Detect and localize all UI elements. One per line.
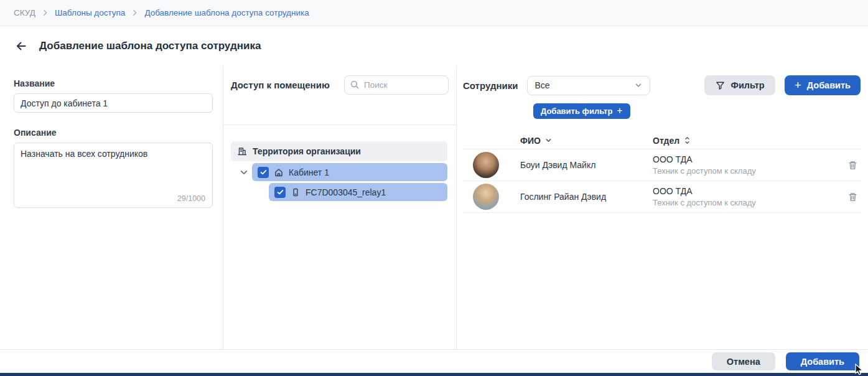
name-input[interactable] — [14, 93, 213, 113]
template-form-panel: Название Описание Назначать на всех сотр… — [0, 65, 223, 349]
content-area: Название Описание Назначать на всех сотр… — [0, 65, 868, 349]
employee-dept: ООО ТДА Техник с доступом к складу — [653, 186, 833, 207]
table-row[interactable]: Боуи Дэвид Майкл ООО ТДА Техник с доступ… — [463, 149, 861, 181]
column-header-fio-label: ФИО — [520, 136, 541, 146]
description-field-label: Описание — [14, 128, 213, 138]
filter-button[interactable]: Фильтр — [704, 75, 775, 95]
avatar-cell — [463, 184, 520, 210]
employees-title: Сотрудники — [463, 80, 518, 91]
select-value: Все — [534, 80, 549, 90]
column-header-otdel[interactable]: Отдел — [653, 136, 833, 146]
home-icon — [274, 167, 284, 177]
room-tree: Территория организации Кабинет 1 — [223, 125, 456, 201]
page-title: Добавление шаблона доступа сотрудника — [39, 40, 261, 52]
search-input[interactable] — [344, 75, 449, 95]
bottom-strip — [0, 373, 868, 376]
add-employee-button[interactable]: + Добавить — [785, 75, 861, 95]
add-filter-row: Добавить фильтр + — [463, 95, 861, 119]
tree-row-room: Кабинет 1 — [231, 163, 447, 181]
char-counter: 29/1000 — [177, 194, 205, 203]
room-access-panel: Доступ к помещению Территория организаци… — [223, 65, 457, 349]
description-wrap: Назначать на всех сотрудников 29/1000 — [14, 143, 213, 210]
tree-node-label: FC7D003045_relay1 — [306, 187, 386, 197]
title-bar: Добавление шаблона доступа сотрудника — [0, 26, 868, 65]
search-icon — [350, 80, 360, 90]
chevron-down-icon — [634, 81, 643, 90]
avatar — [473, 184, 499, 210]
building-icon — [237, 146, 247, 156]
actions-cell — [833, 157, 861, 173]
employees-table: ФИО Отдел Боуи Дэвид М — [463, 132, 861, 213]
employees-panel: Сотрудники Все Фильтр + Добавить — [457, 65, 868, 349]
breadcrumb: СКУД Шаблоны доступа Добавление шаблона … — [0, 0, 868, 26]
sort-both-icon — [683, 136, 691, 144]
table-header-row: ФИО Отдел — [463, 132, 861, 149]
room-access-header: Доступ к помещению — [223, 65, 456, 125]
employees-header: Сотрудники Все Фильтр + Добавить — [463, 65, 861, 95]
plus-icon: + — [795, 79, 801, 91]
table-row[interactable]: Гослинг Райан Дэвид ООО ТДА Техник с дос… — [463, 181, 861, 213]
relay-device-icon — [291, 187, 301, 197]
breadcrumb-item-templates[interactable]: Шаблоны доступа — [55, 8, 126, 17]
checkbox-checked[interactable] — [274, 187, 286, 198]
employee-org: ООО ТДА — [653, 186, 833, 196]
avatar-cell — [463, 152, 520, 178]
chevron-down-icon[interactable] — [239, 167, 250, 177]
employee-name: Боуи Дэвид Майкл — [520, 160, 653, 170]
column-header-fio[interactable]: ФИО — [520, 136, 653, 146]
tree-node-kabinet-1[interactable]: Кабинет 1 — [252, 163, 447, 181]
name-field-label: Название — [14, 78, 213, 88]
tree-root-label: Территория организации — [253, 146, 361, 156]
submit-button[interactable]: Добавить — [786, 352, 859, 370]
add-filter-label: Добавить фильтр — [541, 106, 612, 116]
footer-bar: Отмена Добавить — [0, 349, 868, 373]
actions-cell — [833, 189, 861, 205]
funnel-icon — [715, 80, 726, 91]
delete-employee-button[interactable] — [845, 189, 861, 205]
breadcrumb-item-skud[interactable]: СКУД — [14, 8, 35, 17]
app-window: СКУД Шаблоны доступа Добавление шаблона … — [0, 0, 868, 376]
employee-dept: ООО ТДА Техник с доступом к складу — [653, 154, 833, 176]
employee-position: Техник с доступом к складу — [653, 166, 833, 176]
cancel-button[interactable]: Отмена — [712, 352, 775, 370]
avatar — [473, 152, 499, 178]
search-box — [344, 75, 449, 95]
tree-row-device: FC7D003045_relay1 — [231, 183, 447, 201]
tree-node-relay[interactable]: FC7D003045_relay1 — [269, 183, 447, 201]
tree-node-label: Кабинет 1 — [289, 167, 329, 177]
employee-org: ООО ТДА — [653, 154, 833, 164]
filter-button-label: Фильтр — [731, 80, 765, 90]
delete-employee-button[interactable] — [845, 157, 861, 173]
room-access-title: Доступ к помещению — [231, 80, 330, 90]
column-header-otdel-label: Отдел — [653, 136, 679, 146]
breadcrumb-item-current[interactable]: Добавление шаблона доступа сотрудника — [144, 8, 309, 17]
tree-root-territory[interactable]: Территория организации — [231, 141, 447, 161]
add-filter-button[interactable]: Добавить фильтр + — [533, 103, 630, 119]
chevron-right-icon — [131, 9, 139, 17]
employees-filter-select[interactable]: Все — [527, 76, 650, 95]
employee-name: Гослинг Райан Дэвид — [520, 192, 653, 202]
add-button-label: Добавить — [807, 80, 851, 90]
back-button[interactable] — [14, 39, 29, 54]
employee-position: Техник с доступом к складу — [653, 198, 833, 207]
checkbox-checked[interactable] — [258, 167, 269, 178]
plus-icon: + — [617, 106, 622, 116]
chevron-right-icon — [41, 9, 49, 17]
sort-desc-icon — [544, 136, 553, 144]
